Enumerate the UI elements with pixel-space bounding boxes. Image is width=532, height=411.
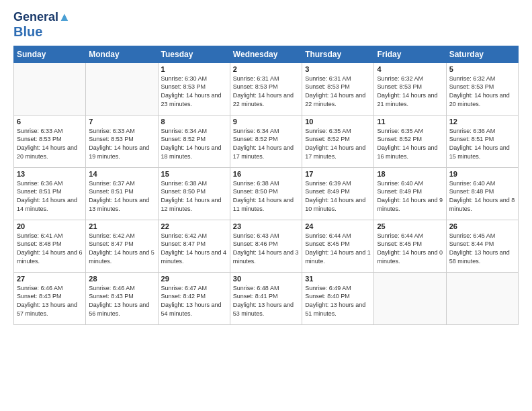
calendar-cell: 17Sunrise: 6:39 AMSunset: 8:49 PMDayligh… (302, 167, 374, 220)
calendar-cell: 3Sunrise: 6:31 AMSunset: 8:53 PMDaylight… (302, 62, 374, 115)
calendar-cell (446, 272, 518, 324)
day-number: 20 (17, 222, 83, 230)
calendar-cell: 31Sunrise: 6:49 AMSunset: 8:40 PMDayligh… (302, 272, 374, 324)
cell-content: Sunrise: 6:35 AMSunset: 8:52 PMDaylight:… (377, 127, 443, 161)
logo-triangle-icon: ▲ (58, 10, 71, 24)
calendar-cell: 7Sunrise: 6:33 AMSunset: 8:53 PMDaylight… (86, 115, 158, 167)
week-row-4: 20Sunrise: 6:41 AMSunset: 8:48 PMDayligh… (14, 220, 519, 272)
day-number: 9 (233, 118, 299, 126)
logo-line2: Blue (13, 24, 42, 39)
col-header-friday: Friday (374, 46, 446, 62)
calendar-cell: 29Sunrise: 6:47 AMSunset: 8:42 PMDayligh… (158, 272, 230, 324)
day-number: 21 (89, 222, 154, 230)
page: General▲ Blue SundayMondayTuesdayWednesd… (0, 0, 532, 332)
day-number: 13 (17, 170, 83, 178)
calendar-cell: 24Sunrise: 6:44 AMSunset: 8:45 PMDayligh… (302, 220, 374, 272)
cell-content: Sunrise: 6:34 AMSunset: 8:52 PMDaylight:… (233, 127, 299, 161)
day-number: 3 (305, 65, 371, 73)
cell-content: Sunrise: 6:32 AMSunset: 8:53 PMDaylight:… (449, 75, 515, 108)
cell-content: Sunrise: 6:48 AMSunset: 8:41 PMDaylight:… (233, 284, 299, 318)
day-number: 15 (161, 170, 227, 178)
cell-content: Sunrise: 6:33 AMSunset: 8:53 PMDaylight:… (17, 127, 83, 161)
calendar-cell: 8Sunrise: 6:34 AMSunset: 8:52 PMDaylight… (158, 115, 230, 167)
calendar-cell (86, 62, 158, 115)
day-number: 6 (17, 118, 83, 126)
cell-content: Sunrise: 6:33 AMSunset: 8:53 PMDaylight:… (89, 127, 154, 161)
cell-content: Sunrise: 6:42 AMSunset: 8:47 PMDaylight:… (161, 232, 227, 265)
calendar-cell: 19Sunrise: 6:40 AMSunset: 8:48 PMDayligh… (446, 167, 518, 220)
calendar-cell: 11Sunrise: 6:35 AMSunset: 8:52 PMDayligh… (374, 115, 446, 167)
day-number: 29 (161, 275, 227, 283)
day-number: 28 (89, 275, 154, 283)
cell-content: Sunrise: 6:44 AMSunset: 8:45 PMDaylight:… (305, 232, 371, 265)
cell-content: Sunrise: 6:31 AMSunset: 8:53 PMDaylight:… (305, 75, 371, 108)
calendar-cell: 4Sunrise: 6:32 AMSunset: 8:53 PMDaylight… (374, 62, 446, 115)
calendar-cell: 14Sunrise: 6:37 AMSunset: 8:51 PMDayligh… (86, 167, 158, 220)
cell-content: Sunrise: 6:32 AMSunset: 8:53 PMDaylight:… (377, 75, 443, 108)
calendar-cell: 2Sunrise: 6:31 AMSunset: 8:53 PMDaylight… (230, 62, 302, 115)
day-number: 30 (233, 275, 299, 283)
cell-content: Sunrise: 6:31 AMSunset: 8:53 PMDaylight:… (233, 75, 299, 108)
day-number: 1 (161, 65, 227, 73)
col-header-tuesday: Tuesday (158, 46, 230, 62)
calendar-cell: 13Sunrise: 6:36 AMSunset: 8:51 PMDayligh… (14, 167, 86, 220)
calendar-cell: 10Sunrise: 6:35 AMSunset: 8:52 PMDayligh… (302, 115, 374, 167)
calendar-cell (14, 62, 86, 115)
week-row-5: 27Sunrise: 6:46 AMSunset: 8:43 PMDayligh… (14, 272, 519, 324)
cell-content: Sunrise: 6:38 AMSunset: 8:50 PMDaylight:… (233, 179, 299, 213)
week-row-3: 13Sunrise: 6:36 AMSunset: 8:51 PMDayligh… (14, 167, 519, 220)
calendar-cell: 1Sunrise: 6:30 AMSunset: 8:53 PMDaylight… (158, 62, 230, 115)
day-number: 22 (161, 222, 227, 230)
week-row-1: 1Sunrise: 6:30 AMSunset: 8:53 PMDaylight… (14, 62, 519, 115)
cell-content: Sunrise: 6:30 AMSunset: 8:53 PMDaylight:… (161, 75, 227, 108)
header: General▲ Blue (13, 11, 519, 39)
cell-content: Sunrise: 6:38 AMSunset: 8:50 PMDaylight:… (161, 179, 227, 213)
calendar-cell: 30Sunrise: 6:48 AMSunset: 8:41 PMDayligh… (230, 272, 302, 324)
cell-content: Sunrise: 6:46 AMSunset: 8:43 PMDaylight:… (89, 284, 154, 318)
day-number: 24 (305, 222, 371, 230)
col-header-saturday: Saturday (446, 46, 518, 62)
day-number: 2 (233, 65, 299, 73)
day-number: 11 (377, 118, 443, 126)
calendar-cell: 12Sunrise: 6:36 AMSunset: 8:51 PMDayligh… (446, 115, 518, 167)
day-number: 4 (377, 65, 443, 73)
calendar-cell (374, 272, 446, 324)
day-number: 27 (17, 275, 83, 283)
logo-line1: General▲ (13, 11, 71, 24)
cell-content: Sunrise: 6:40 AMSunset: 8:49 PMDaylight:… (377, 179, 443, 213)
cell-content: Sunrise: 6:43 AMSunset: 8:46 PMDaylight:… (233, 232, 299, 265)
cell-content: Sunrise: 6:35 AMSunset: 8:52 PMDaylight:… (305, 127, 371, 161)
cell-content: Sunrise: 6:40 AMSunset: 8:48 PMDaylight:… (449, 179, 515, 213)
day-number: 16 (233, 170, 299, 178)
col-header-wednesday: Wednesday (230, 46, 302, 62)
calendar-cell: 21Sunrise: 6:42 AMSunset: 8:47 PMDayligh… (86, 220, 158, 272)
calendar-cell: 20Sunrise: 6:41 AMSunset: 8:48 PMDayligh… (14, 220, 86, 272)
logo: General▲ Blue (13, 11, 71, 39)
week-row-2: 6Sunrise: 6:33 AMSunset: 8:53 PMDaylight… (14, 115, 519, 167)
calendar-cell: 18Sunrise: 6:40 AMSunset: 8:49 PMDayligh… (374, 167, 446, 220)
cell-content: Sunrise: 6:46 AMSunset: 8:43 PMDaylight:… (17, 284, 83, 318)
day-number: 5 (449, 65, 515, 73)
day-number: 23 (233, 222, 299, 230)
cell-content: Sunrise: 6:45 AMSunset: 8:44 PMDaylight:… (449, 232, 515, 265)
day-number: 7 (89, 118, 154, 126)
day-number: 10 (305, 118, 371, 126)
day-number: 8 (161, 118, 227, 126)
cell-content: Sunrise: 6:39 AMSunset: 8:49 PMDaylight:… (305, 179, 371, 213)
day-number: 25 (377, 222, 443, 230)
calendar-cell: 22Sunrise: 6:42 AMSunset: 8:47 PMDayligh… (158, 220, 230, 272)
col-header-thursday: Thursday (302, 46, 374, 62)
cell-content: Sunrise: 6:41 AMSunset: 8:48 PMDaylight:… (17, 232, 83, 265)
calendar-cell: 16Sunrise: 6:38 AMSunset: 8:50 PMDayligh… (230, 167, 302, 220)
calendar-cell: 9Sunrise: 6:34 AMSunset: 8:52 PMDaylight… (230, 115, 302, 167)
day-number: 12 (449, 118, 515, 126)
cell-content: Sunrise: 6:34 AMSunset: 8:52 PMDaylight:… (161, 127, 227, 161)
calendar-cell: 28Sunrise: 6:46 AMSunset: 8:43 PMDayligh… (86, 272, 158, 324)
calendar-table: SundayMondayTuesdayWednesdayThursdayFrid… (13, 46, 519, 325)
cell-content: Sunrise: 6:44 AMSunset: 8:45 PMDaylight:… (377, 232, 443, 265)
cell-content: Sunrise: 6:37 AMSunset: 8:51 PMDaylight:… (89, 179, 154, 213)
col-header-sunday: Sunday (14, 46, 86, 62)
cell-content: Sunrise: 6:42 AMSunset: 8:47 PMDaylight:… (89, 232, 154, 265)
day-number: 26 (449, 222, 515, 230)
header-row: SundayMondayTuesdayWednesdayThursdayFrid… (14, 46, 519, 62)
